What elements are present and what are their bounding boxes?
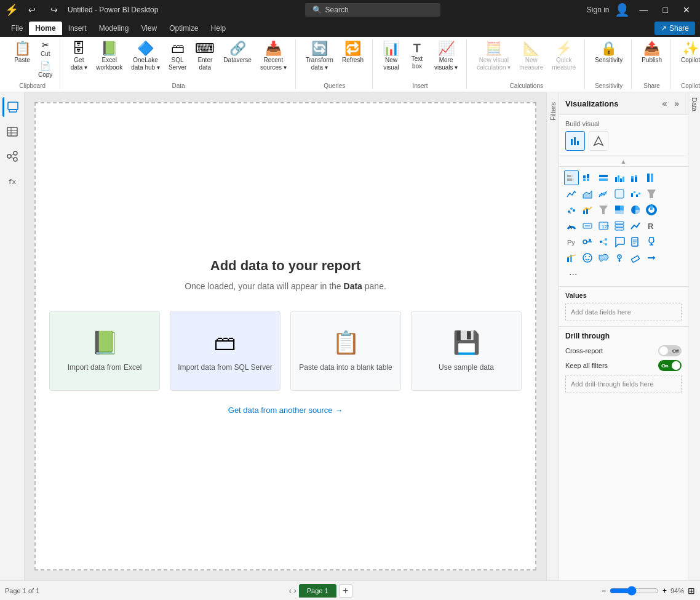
new-visual-button[interactable]: 📊 Newvisual (379, 39, 404, 74)
viz-trophy[interactable] (644, 234, 659, 249)
dataverse-button[interactable]: 🔗 Dataverse (220, 39, 255, 66)
more-visuals-button[interactable]: 📈 Morevisuals ▾ (431, 39, 461, 74)
viz-python[interactable]: Py (564, 234, 579, 249)
viz-treemap[interactable] (612, 202, 627, 217)
build-chart-button[interactable] (565, 131, 585, 151)
sidebar-table-view[interactable] (2, 122, 22, 142)
viz-clustered-bar[interactable] (580, 170, 595, 185)
add-page-button[interactable]: + (339, 584, 352, 598)
tab-modeling[interactable]: Modeling (93, 22, 135, 35)
viz-smiley[interactable] (580, 250, 595, 265)
keep-all-filters-toggle[interactable]: On (658, 360, 682, 371)
viz-collapse-button[interactable]: « (659, 97, 669, 110)
zoom-plus-button[interactable]: + (662, 586, 667, 595)
fit-page-button[interactable]: ⊞ (688, 586, 695, 596)
viz-clustered-column[interactable] (612, 170, 627, 185)
paste-button[interactable]: 📋 Paste (10, 39, 34, 66)
copilot-button[interactable]: ✨ Copilot (677, 39, 700, 66)
viz-ribbon[interactable] (612, 186, 627, 201)
viz-gauge[interactable] (564, 218, 579, 233)
viz-filled-map[interactable] (596, 250, 611, 265)
enter-data-button[interactable]: ⌨ Enterdata (191, 39, 218, 74)
sidebar-report-view[interactable] (2, 97, 22, 117)
viz-scatter[interactable] (564, 202, 579, 217)
viz-map[interactable] (612, 250, 627, 265)
svg-point-45 (570, 212, 571, 214)
viz-100pct-bar[interactable] (596, 170, 611, 185)
viz-multi-row-card[interactable] (612, 218, 627, 233)
tab-help[interactable]: Help (205, 22, 233, 35)
viz-R-script[interactable]: R (644, 218, 659, 233)
page-nav-next[interactable]: › (294, 586, 296, 595)
cross-report-toggle[interactable]: Off (658, 345, 682, 356)
paste-table-card[interactable]: 📋 Paste data into a blank table (290, 311, 401, 391)
share-label: Share (669, 24, 689, 33)
sidebar-dax-view[interactable]: fx (2, 171, 22, 191)
viz-paginated-report[interactable] (628, 234, 643, 249)
import-sql-card[interactable]: 🗃 Import data from SQL Server (170, 311, 280, 391)
text-box-label: Textbox (412, 55, 423, 70)
copy-button[interactable]: 📄 Copy (36, 60, 55, 80)
viz-more-button[interactable]: ··· (564, 266, 683, 282)
cut-button[interactable]: ✂ Cut (36, 39, 55, 59)
viz-eraser[interactable] (628, 250, 643, 265)
close-button[interactable]: ✕ (678, 2, 695, 17)
zoom-minus-button[interactable]: − (602, 586, 606, 595)
tab-insert[interactable]: Insert (62, 22, 93, 35)
tab-home[interactable]: Home (29, 22, 62, 35)
viz-kpi[interactable] (628, 218, 643, 233)
minimize-button[interactable]: — (635, 2, 653, 17)
viz-stacked-bar[interactable] (564, 170, 579, 185)
viz-area[interactable] (580, 186, 595, 201)
viz-card[interactable] (580, 218, 595, 233)
viz-qa[interactable] (612, 234, 627, 249)
import-excel-card[interactable]: 📗 Import data from Excel (49, 311, 160, 391)
tab-optimize[interactable]: Optimize (163, 22, 204, 35)
maximize-button[interactable]: □ (658, 2, 673, 17)
viz-combo[interactable] (580, 202, 595, 217)
refresh-button[interactable]: 🔁 Refresh (338, 39, 367, 66)
search-bar[interactable]: 🔍 Search (305, 3, 440, 17)
viz-line[interactable] (564, 186, 579, 201)
recent-sources-button[interactable]: 📥 Recentsources ▾ (257, 39, 290, 74)
page-nav-prev[interactable]: ‹ (289, 586, 292, 595)
viz-funnel[interactable] (644, 186, 659, 201)
text-box-button[interactable]: T Textbox (405, 39, 429, 73)
onelake-button[interactable]: 🔷 OneLakedata hub ▾ (127, 39, 164, 74)
viz-decomp-tree[interactable] (596, 234, 611, 249)
tab-file[interactable]: File (5, 22, 29, 35)
viz-expand-button[interactable]: » (672, 97, 682, 110)
viz-new-card[interactable]: 123 (596, 218, 611, 233)
viz-line-clustered[interactable] (596, 186, 611, 201)
viz-stacked-column[interactable] (628, 170, 643, 185)
viz-donut[interactable] (644, 202, 659, 217)
publish-button[interactable]: 📤 Publish (638, 39, 666, 66)
page-tab-1[interactable]: Page 1 (299, 584, 336, 598)
sign-in-label[interactable]: Sign in (587, 6, 610, 14)
get-data-link[interactable]: Get data from another source → (49, 406, 522, 415)
viz-100pct-column[interactable] (644, 170, 659, 185)
viz-waterfall[interactable] (628, 186, 643, 201)
share-button[interactable]: ↗ Share (654, 22, 695, 35)
viz-filters-shape[interactable] (596, 202, 611, 217)
viz-key-influencer[interactable] (580, 234, 595, 249)
redo-button[interactable]: ↪ (46, 2, 63, 17)
excel-button[interactable]: 📗 Excelworkbook (92, 39, 126, 74)
values-drop-zone[interactable]: Add data fields here (565, 303, 682, 321)
format-visual-button[interactable] (589, 131, 608, 151)
copilot-items: ✨ Copilot (677, 39, 700, 81)
sample-data-card[interactable]: 💾 Use sample data (411, 311, 522, 391)
tab-view[interactable]: View (135, 22, 163, 35)
drill-drop-zone[interactable]: Add drill-through fields here (565, 375, 682, 393)
viz-pie[interactable] (628, 202, 643, 217)
transform-data-button[interactable]: 🔄 Transformdata ▾ (302, 39, 337, 74)
viz-combo2[interactable] (564, 250, 579, 265)
undo-button[interactable]: ↩ (23, 2, 41, 17)
get-data-button[interactable]: 🗄 Getdata ▾ (66, 39, 91, 74)
sql-server-button[interactable]: 🗃 SQLServer (165, 39, 190, 74)
viz-arrow-right[interactable] (644, 250, 659, 265)
data-panel-tab[interactable]: Data (688, 92, 700, 580)
zoom-slider[interactable] (610, 586, 659, 596)
sidebar-model-view[interactable] (2, 146, 22, 166)
sensitivity-button[interactable]: 🔒 Sensitivity (591, 39, 626, 66)
